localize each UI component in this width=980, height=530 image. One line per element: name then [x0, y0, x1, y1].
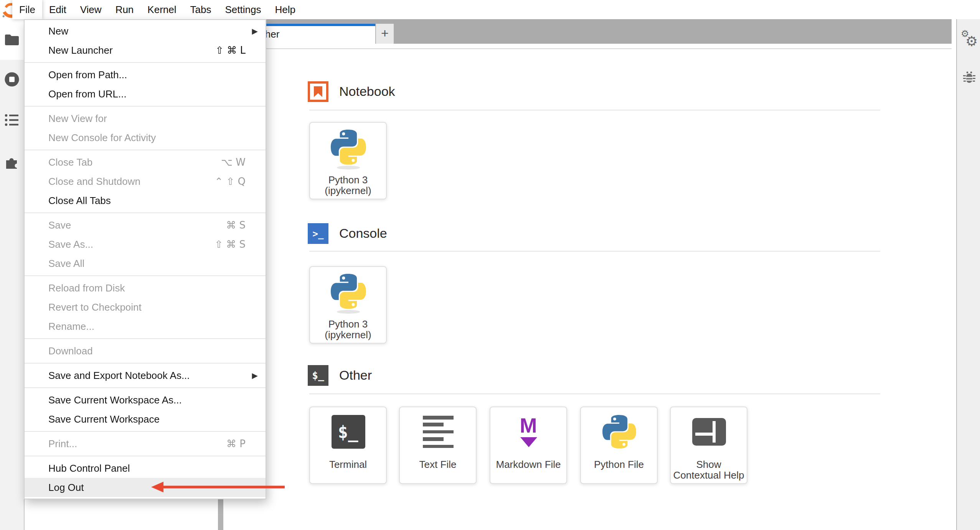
notebook-section-title: Notebook: [339, 81, 395, 102]
debugger-icon[interactable]: [962, 70, 977, 85]
card-label: Terminal: [310, 459, 386, 470]
menu-item-save-and-export-notebook-as[interactable]: Save and Export Notebook As... ▶: [25, 366, 266, 385]
new-tab-button[interactable]: +: [375, 24, 394, 44]
python-logo-icon: [581, 413, 657, 450]
menubar-item-tabs[interactable]: Tabs: [183, 0, 218, 19]
python-logo-shadow: [337, 310, 360, 314]
menu-item-open-from-path[interactable]: Open from Path...: [25, 65, 266, 84]
other-section-icon: $_: [308, 365, 328, 386]
menu-item-download: Download: [25, 341, 266, 360]
terminal-icon: $_: [310, 413, 386, 450]
shortcut: ⌥ W: [221, 156, 246, 168]
menu-item-new[interactable]: New ▶: [25, 21, 266, 41]
section-divider: [309, 251, 880, 252]
annotation-arrow-log-out: [150, 480, 289, 494]
notebook-section-icon: [308, 81, 328, 102]
extension-manager-icon[interactable]: [4, 154, 20, 170]
menubar-item-edit[interactable]: Edit: [42, 0, 73, 19]
card-label: Python File: [581, 459, 657, 470]
menubar-item-file[interactable]: File: [12, 0, 42, 19]
menu-bar: File Edit View Run Kernel Tabs Settings …: [0, 0, 980, 19]
menu-separator: [25, 431, 266, 432]
menu-item-save-current-workspace[interactable]: Save Current Workspace: [25, 410, 266, 429]
console-section-icon: >_: [308, 223, 328, 244]
other-section-title: Other: [339, 365, 372, 386]
right-sidebar: ⚙ ⚙: [956, 19, 980, 530]
launcher-card-markdown-file[interactable]: M Markdown File: [490, 407, 567, 484]
menu-item-reload-from-disk: Reload from Disk: [25, 278, 266, 298]
menu-separator: [25, 106, 266, 107]
shortcut: ⌃ ⇧ Q: [214, 176, 246, 187]
section-divider: [309, 110, 880, 110]
menu-item-revert-to-checkpoint: Revert to Checkpoint: [25, 298, 266, 317]
launcher-card-terminal[interactable]: $_ Terminal: [309, 407, 387, 484]
menubar-item-help[interactable]: Help: [268, 0, 302, 19]
menu-item-save-as: Save As... ⇧ ⌘ S: [25, 235, 266, 254]
running-kernels-icon[interactable]: [4, 71, 20, 87]
file-browser-icon[interactable]: [4, 32, 20, 48]
jupyterlab-window: Launcher + Notebook Python 3 (ipykernel)…: [0, 0, 980, 530]
submenu-arrow-icon: ▶: [252, 371, 258, 380]
python-logo-icon: [310, 129, 386, 166]
menu-item-close-all-tabs[interactable]: Close All Tabs: [25, 191, 266, 210]
menu-separator: [25, 338, 266, 339]
menu-item-close-tab: Close Tab ⌥ W: [25, 153, 266, 172]
menu-separator: [25, 363, 266, 364]
python-logo-icon: [310, 273, 386, 310]
table-of-contents-icon[interactable]: [4, 112, 20, 128]
menu-item-save-all: Save All: [25, 254, 266, 273]
card-label: Python 3 (ipykernel): [310, 175, 386, 196]
launcher-card-text-file[interactable]: Text File: [399, 407, 477, 484]
menubar-item-settings[interactable]: Settings: [218, 0, 268, 19]
shortcut: ⇧ ⌘ L: [215, 44, 246, 56]
shortcut: ⌘ P: [226, 438, 246, 449]
launcher-card-console-python3[interactable]: Python 3 (ipykernel): [309, 266, 387, 344]
card-label: Show Contextual Help: [671, 459, 747, 480]
file-menu-dropdown: New ▶ New Launcher ⇧ ⌘ L Open from Path.…: [24, 19, 266, 499]
card-label: Text File: [400, 459, 476, 470]
menu-item-save: Save ⌘ S: [25, 216, 266, 235]
launcher-card-show-contextual-help[interactable]: Show Contextual Help: [670, 407, 747, 484]
menubar-item-view[interactable]: View: [73, 0, 109, 19]
menu-item-print: Print... ⌘ P: [25, 434, 266, 453]
launcher-card-python-file[interactable]: Python File: [580, 407, 658, 484]
menu-item-save-current-workspace-as[interactable]: Save Current Workspace As...: [25, 390, 266, 410]
markdown-icon: M: [490, 413, 566, 450]
card-label: Markdown File: [490, 459, 566, 470]
submenu-arrow-icon: ▶: [252, 27, 258, 35]
property-inspector-icon[interactable]: ⚙ ⚙: [959, 30, 979, 50]
python-logo-shadow: [337, 166, 360, 170]
contextual-help-icon: [671, 413, 747, 450]
menu-item-close-and-shutdown: Close and Shutdown ⌃ ⇧ Q: [25, 172, 266, 191]
menu-item-rename: Rename...: [25, 317, 266, 336]
tab-bar-bottom-border: [223, 48, 952, 49]
text-file-icon: [400, 413, 476, 450]
section-divider: [309, 393, 880, 394]
menu-separator: [25, 456, 266, 456]
card-label: Python 3 (ipykernel): [310, 319, 386, 340]
menu-item-new-view-for: New View for: [25, 109, 266, 128]
menu-item-new-launcher[interactable]: New Launcher ⇧ ⌘ L: [25, 41, 266, 60]
menubar-item-run[interactable]: Run: [109, 0, 141, 19]
menu-separator: [25, 387, 266, 388]
menubar-item-kernel[interactable]: Kernel: [140, 0, 183, 19]
menu-item-hub-control-panel[interactable]: Hub Control Panel: [25, 459, 266, 478]
menu-separator: [25, 275, 266, 276]
shortcut: ⌘ S: [226, 219, 246, 231]
left-sidebar: [0, 19, 25, 530]
menu-item-open-from-url[interactable]: Open from URL...: [25, 84, 266, 104]
menu-separator: [25, 212, 266, 213]
shortcut: ⇧ ⌘ S: [214, 239, 246, 250]
menu-item-new-console-for-activity: New Console for Activity: [25, 128, 266, 147]
console-section-title: Console: [339, 223, 387, 244]
menu-separator: [25, 150, 266, 150]
launcher-card-notebook-python3[interactable]: Python 3 (ipykernel): [309, 122, 387, 199]
menu-separator: [25, 62, 266, 63]
